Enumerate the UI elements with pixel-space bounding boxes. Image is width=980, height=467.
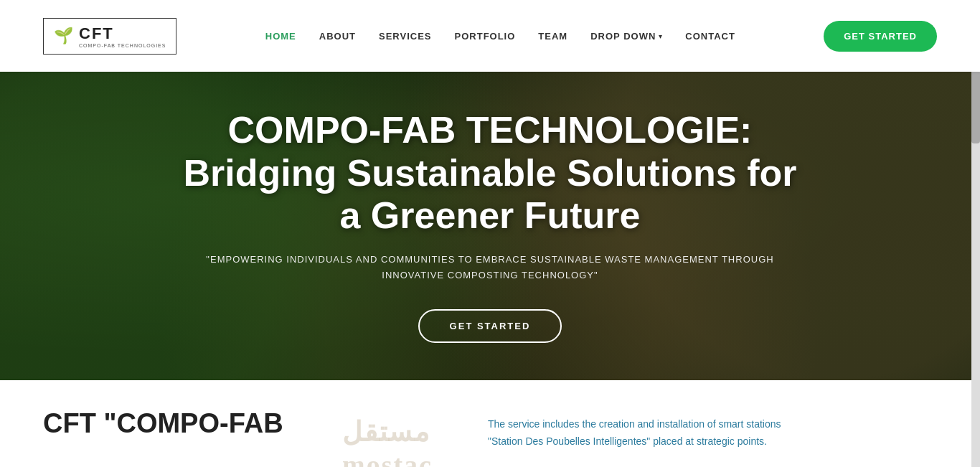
nav-item-team[interactable]: TEAM xyxy=(538,29,567,42)
hero-section: COMPO-FAB TECHNOLOGIE: Bridging Sustaina… xyxy=(0,72,980,380)
logo-text: CFT COMPO-FAB TECHNOLOGIES xyxy=(79,24,166,48)
bottom-left: CFT "COMPO-FAB xyxy=(43,409,287,439)
bottom-desc-part1: The service includes the creation and in… xyxy=(488,418,781,430)
bottom-section: CFT "COMPO-FAB مستقل mostac The service … xyxy=(0,380,980,467)
watermark-line2: mostac xyxy=(342,449,433,467)
bottom-right: The service includes the creation and in… xyxy=(488,409,937,451)
nav-links: HOME ABOUT SERVICES PORTFOLIO TEAM DROP … xyxy=(265,29,735,42)
logo-icon: 🌱 xyxy=(54,27,73,45)
nav-item-portfolio[interactable]: PORTFOLIO xyxy=(455,29,516,42)
chevron-down-icon: ▾ xyxy=(659,32,662,40)
hero-title: COMPO-FAB TECHNOLOGIE: Bridging Sustaina… xyxy=(182,109,798,237)
bottom-center-watermark: مستقل mostac xyxy=(316,409,459,467)
nav-item-about[interactable]: ABOUT xyxy=(319,29,356,42)
watermark-line1: مستقل xyxy=(342,416,433,449)
navbar: 🌱 CFT COMPO-FAB TECHNOLOGIES HOME ABOUT … xyxy=(0,0,980,72)
nav-item-home[interactable]: HOME xyxy=(265,29,296,42)
nav-link-portfolio[interactable]: PORTFOLIO xyxy=(455,31,516,42)
nav-item-contact[interactable]: CONTACT xyxy=(685,29,735,42)
bottom-title: CFT "COMPO-FAB xyxy=(43,409,287,439)
nav-item-dropdown[interactable]: DROP DOWN ▾ xyxy=(590,31,662,42)
hero-subtitle: "EMPOWERING INDIVIDUALS AND COMMUNITIES … xyxy=(182,252,798,283)
nav-link-dropdown[interactable]: DROP DOWN xyxy=(590,31,656,42)
logo[interactable]: 🌱 CFT COMPO-FAB TECHNOLOGIES xyxy=(43,18,176,55)
nav-cta-button[interactable]: GET STARTED xyxy=(824,21,937,52)
hero-cta-button[interactable]: GET STARTED xyxy=(418,309,562,343)
bottom-description: The service includes the creation and in… xyxy=(488,416,937,451)
hero-content: COMPO-FAB TECHNOLOGIE: Bridging Sustaina… xyxy=(167,109,813,344)
nav-link-home[interactable]: HOME xyxy=(265,31,296,42)
logo-sub-label: COMPO-FAB TECHNOLOGIES xyxy=(79,43,166,48)
bottom-desc-part2: "Station Des Poubelles Intelligentes" pl… xyxy=(488,435,767,447)
nav-link-team[interactable]: TEAM xyxy=(538,31,567,42)
nav-item-services[interactable]: SERVICES xyxy=(379,29,432,42)
logo-cft-label: CFT xyxy=(79,24,166,43)
nav-link-services[interactable]: SERVICES xyxy=(379,31,432,42)
nav-link-contact[interactable]: CONTACT xyxy=(685,31,735,42)
nav-link-about[interactable]: ABOUT xyxy=(319,31,356,42)
watermark: مستقل mostac xyxy=(342,416,433,467)
